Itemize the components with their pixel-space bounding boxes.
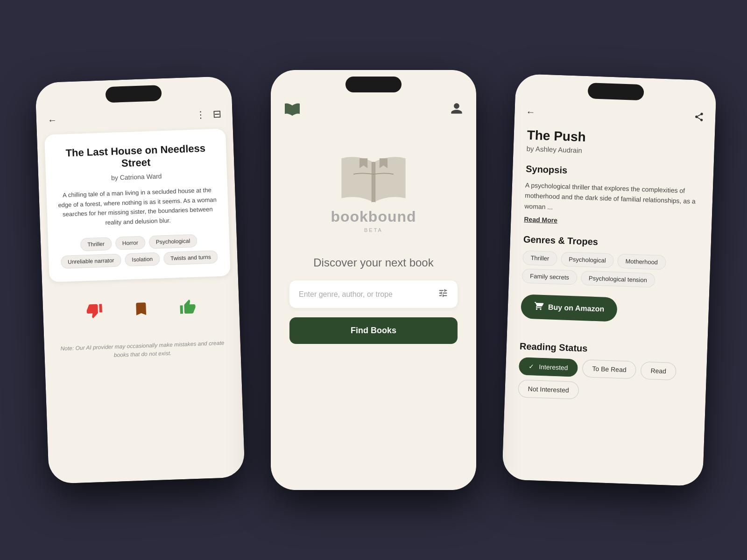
search-bar[interactable]: Enter genre, author, or trope [289, 280, 458, 308]
app-logo-icon [284, 102, 301, 119]
genres-section: Genres & Tropes Thriller Psychological M… [522, 234, 698, 289]
synopsis-section-title: Synopsis [526, 164, 701, 181]
right-phone: ← The Push by Ashley Audrain Synopsis A … [502, 74, 717, 486]
amazon-button-label: Buy on Amazon [548, 303, 605, 314]
genre-tag-thriller[interactable]: Thriller [522, 251, 557, 266]
tag-unreliable[interactable]: Unreliable narrator [61, 253, 121, 268]
action-buttons [42, 280, 240, 338]
tag-thriller[interactable]: Thriller [80, 237, 112, 251]
scene: ← ⋮ ⊟ The Last House on Needless Street … [0, 0, 747, 560]
book-author: by Catriona Ward [57, 170, 216, 183]
book-description: A chilling tale of a man living in a sec… [57, 185, 218, 230]
genres-tags: Thriller Psychological Motherhood Family… [522, 251, 698, 289]
tag-horror[interactable]: Horror [115, 236, 145, 250]
reading-status-title: Reading Status [520, 341, 695, 358]
app-beta: BETA [364, 227, 383, 233]
reading-status-section: Reading Status ✓ Interested To Be Read R… [518, 341, 694, 404]
left-dynamic-island [106, 85, 162, 103]
book-logo-large [336, 150, 411, 208]
bookmark-button[interactable] [127, 294, 155, 323]
amazon-button[interactable]: Buy on Amazon [521, 294, 618, 322]
cart-icon [534, 301, 543, 313]
status-not-interested[interactable]: Not Interested [518, 380, 579, 400]
more-icon[interactable]: ⋮ [196, 109, 205, 121]
share-icon[interactable] [694, 112, 705, 125]
read-more-link[interactable]: Read More [524, 216, 557, 224]
right-content: The Push by Ashley Audrain Synopsis A ps… [505, 127, 715, 404]
status-read[interactable]: Read [641, 362, 677, 381]
tag-psychological[interactable]: Psychological [148, 234, 197, 249]
left-phone-screen: ← ⋮ ⊟ The Last House on Needless Street … [35, 76, 245, 484]
center-phone: bookbound BETA Discover your next book E… [271, 70, 476, 490]
center-header [271, 98, 476, 122]
status-interested[interactable]: ✓ Interested [519, 357, 578, 377]
back-icon[interactable]: ← [48, 115, 57, 126]
center-dynamic-island [345, 77, 402, 92]
search-placeholder: Enter genre, author, or trope [299, 290, 393, 299]
disclaimer: Note: Our AI provider may occasionally m… [44, 331, 241, 370]
left-phone: ← ⋮ ⊟ The Last House on Needless Street … [35, 76, 245, 484]
genre-tag-family[interactable]: Family secrets [522, 269, 578, 285]
filter-icon[interactable] [438, 288, 448, 301]
check-icon: ✓ [529, 363, 535, 370]
book-title: The Last House on Needless Street [56, 142, 216, 172]
genre-tag-psychological[interactable]: Psychological [561, 252, 614, 268]
like-button[interactable] [173, 293, 202, 322]
right-phone-screen: ← The Push by Ashley Audrain Synopsis A … [502, 74, 717, 486]
status-buttons: ✓ Interested To Be Read Read Not Interes… [518, 357, 694, 404]
synopsis-text: A psychological thriller that explores t… [524, 180, 700, 217]
find-books-button[interactable]: Find Books [289, 317, 458, 344]
center-main: bookbound BETA Discover your next book E… [271, 122, 476, 363]
book-card: The Last House on Needless Street by Cat… [44, 128, 231, 282]
tags-container: Thriller Horror Psychological Unreliable… [59, 233, 219, 269]
tag-twists[interactable]: Twists and turns [163, 250, 218, 265]
center-phone-screen: bookbound BETA Discover your next book E… [271, 70, 476, 490]
genres-section-title: Genres & Tropes [523, 234, 698, 251]
genre-tag-tension[interactable]: Psychological tension [580, 271, 655, 288]
profile-icon[interactable] [450, 102, 463, 118]
genre-tag-motherhood[interactable]: Motherhood [617, 254, 666, 270]
right-dynamic-island [588, 83, 644, 100]
right-back-icon[interactable]: ← [526, 107, 536, 118]
tag-isolation[interactable]: Isolation [125, 252, 160, 266]
dislike-button[interactable] [80, 296, 109, 325]
status-to-be-read[interactable]: To Be Read [582, 359, 636, 379]
bookmark-header-icon[interactable]: ⊟ [212, 108, 221, 121]
app-name: bookbound [331, 208, 416, 225]
discover-text: Discover your next book [313, 256, 433, 269]
